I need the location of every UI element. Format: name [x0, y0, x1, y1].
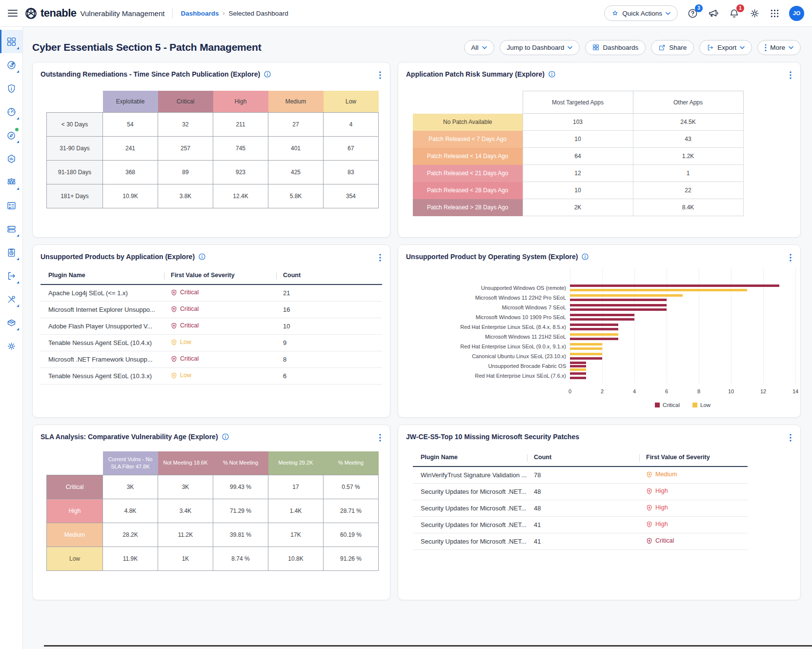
sidebar-item-tools[interactable] — [0, 287, 22, 311]
chart-bar[interactable] — [570, 294, 683, 297]
breadcrumb-dashboards[interactable]: Dashboards — [181, 10, 219, 17]
column-header[interactable]: First Value of Severity — [164, 272, 276, 279]
avatar[interactable]: JO — [789, 6, 804, 21]
kebab-menu-icon[interactable] — [377, 252, 383, 264]
chart-bar[interactable] — [570, 357, 602, 360]
chart-bar[interactable] — [570, 347, 602, 350]
table-row[interactable]: Adobe Flash Player Unsupported V...Criti… — [41, 318, 382, 335]
column-header[interactable]: Plugin Name — [413, 454, 527, 461]
table-cell[interactable]: 99.43 % — [213, 475, 268, 499]
table-cell[interactable]: 4.8K — [103, 499, 158, 523]
table-cell[interactable]: 241 — [103, 136, 158, 160]
kebab-menu-icon[interactable] — [377, 432, 383, 444]
table-cell[interactable]: 10 — [523, 131, 633, 148]
chart-bar[interactable] — [570, 289, 747, 291]
table-cell[interactable]: 22 — [633, 182, 743, 199]
info-icon[interactable] — [199, 253, 205, 260]
chart-bar[interactable] — [570, 328, 618, 330]
kebab-menu-icon[interactable] — [788, 69, 793, 81]
megaphone-icon[interactable] — [708, 7, 719, 19]
sidebar-item-explore[interactable] — [0, 53, 22, 77]
chart-bar[interactable] — [570, 299, 667, 301]
table-cell[interactable]: 368 — [103, 160, 158, 184]
chart-bar[interactable] — [570, 377, 586, 379]
table-cell[interactable]: 83 — [324, 160, 379, 184]
table-row[interactable]: Security Updates for Microsoft .NET...41… — [413, 517, 748, 533]
chart-bar[interactable] — [570, 362, 586, 364]
table-cell[interactable]: 71.29 % — [213, 499, 268, 523]
sidebar-item-sensors[interactable] — [0, 217, 22, 241]
table-cell[interactable]: 1.4K — [268, 499, 324, 523]
info-icon[interactable] — [264, 71, 271, 78]
table-cell[interactable]: 745 — [213, 136, 268, 160]
column-header[interactable]: First Value of Severity — [639, 454, 748, 461]
table-cell[interactable]: 10.8K — [268, 547, 324, 570]
table-cell[interactable]: 401 — [268, 136, 324, 160]
table-cell[interactable]: 1.2K — [633, 148, 743, 165]
sidebar-item-dashboards[interactable] — [0, 30, 22, 53]
table-cell[interactable]: 17K — [268, 523, 324, 547]
table-cell[interactable]: 2K — [523, 199, 633, 216]
more-button[interactable]: More — [757, 40, 801, 55]
info-icon[interactable] — [548, 71, 555, 78]
table-row[interactable]: Microsoft .NET Framework Unsupp...Critic… — [41, 351, 382, 368]
export-button[interactable]: Export — [699, 40, 752, 55]
sidebar-item-settings[interactable] — [0, 334, 22, 358]
dashboards-button[interactable]: Dashboards — [585, 40, 646, 55]
table-cell[interactable]: 10.9K — [103, 184, 158, 208]
table-cell[interactable]: 257 — [158, 136, 213, 160]
kebab-menu-icon[interactable] — [788, 252, 793, 264]
sidebar-item-users[interactable] — [0, 170, 22, 194]
table-row[interactable]: Security Updates for Microsoft .NET...41… — [413, 533, 748, 550]
table-cell[interactable]: 4 — [324, 112, 379, 136]
chart-bar[interactable] — [570, 304, 667, 306]
sidebar-item-findings[interactable] — [0, 77, 22, 100]
table-row[interactable]: Apache Log4j SEoL (<= 1.x)Critical21 — [41, 285, 382, 302]
chart-bar[interactable] — [570, 365, 586, 367]
table-cell[interactable]: 28.2K — [103, 523, 158, 547]
table-cell[interactable]: 8.74 % — [213, 547, 268, 570]
table-cell[interactable]: 11.2K — [158, 523, 213, 547]
kebab-menu-icon[interactable] — [788, 432, 793, 444]
filter-all-button[interactable]: All — [464, 40, 494, 55]
table-row[interactable]: Tenable Nessus Agent SEoL (10.4.x)Low9 — [41, 335, 382, 351]
table-cell[interactable]: 17 — [268, 475, 324, 499]
table-cell[interactable]: 27 — [268, 112, 324, 136]
help-icon[interactable]: 3 — [687, 8, 698, 19]
table-cell[interactable]: 64 — [523, 148, 633, 165]
chart-bar[interactable] — [570, 343, 602, 345]
jump-to-dashboard-button[interactable]: Jump to Dashboard — [500, 40, 580, 55]
sidebar-item-reports[interactable] — [0, 241, 22, 264]
table-cell[interactable]: 103 — [523, 114, 633, 131]
table-cell[interactable]: 3.8K — [158, 184, 213, 208]
table-row[interactable]: Tenable Nessus Agent SEoL (10.3.x)Low6 — [41, 368, 382, 385]
table-cell[interactable]: 8.4K — [633, 199, 743, 216]
chart-bar[interactable] — [570, 372, 586, 375]
table-row[interactable]: Security Updates for Microsoft .NET...48… — [413, 484, 748, 500]
table-cell[interactable]: 54 — [103, 112, 158, 136]
sidebar-item-scans[interactable] — [0, 194, 22, 217]
table-cell[interactable]: 3.4K — [158, 499, 213, 523]
table-row[interactable]: Security Updates for Microsoft .NET...48… — [413, 500, 748, 517]
table-cell[interactable]: 923 — [213, 160, 268, 184]
bell-icon[interactable]: 1 — [729, 8, 740, 19]
table-cell[interactable]: 12.4K — [213, 184, 268, 208]
table-cell[interactable]: 425 — [268, 160, 324, 184]
table-cell[interactable]: 211 — [213, 112, 268, 136]
chart-bar[interactable] — [570, 338, 618, 340]
table-cell[interactable]: 1K — [158, 547, 213, 570]
quick-actions-button[interactable]: Quick Actions — [604, 5, 678, 21]
table-cell[interactable]: 10 — [523, 182, 633, 199]
table-row[interactable]: WinVerifyTrust Signature Validation ...7… — [413, 467, 748, 484]
column-header[interactable]: Count — [527, 454, 639, 461]
app-grid-icon[interactable] — [770, 8, 780, 19]
column-header[interactable]: Plugin Name — [41, 272, 164, 279]
table-cell[interactable]: 32 — [158, 112, 213, 136]
chart-bar[interactable] — [570, 324, 618, 326]
table-cell[interactable]: 12 — [523, 165, 633, 182]
table-cell[interactable]: 89 — [158, 160, 213, 184]
chart-bar[interactable] — [570, 333, 618, 336]
chart-bar[interactable] — [570, 318, 634, 321]
table-cell[interactable]: 43 — [633, 131, 743, 148]
table-cell[interactable]: 60.19 % — [324, 523, 379, 547]
